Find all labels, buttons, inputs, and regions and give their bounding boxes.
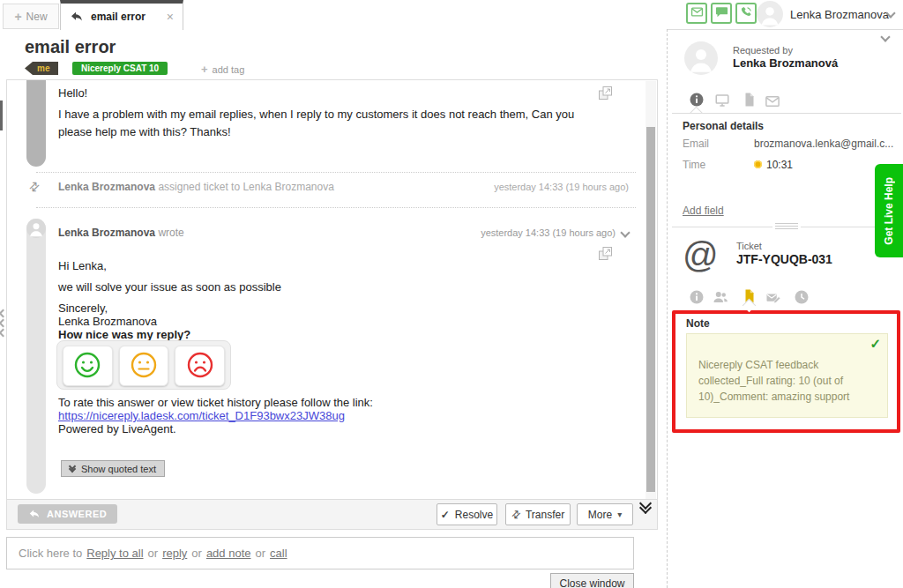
ticket-code: JTF-YQUQB-031 [736, 252, 832, 266]
system-event-actor: Lenka Brozmanova [58, 181, 155, 193]
message1-thread-bar [26, 80, 46, 167]
mail-edit-icon [765, 296, 781, 309]
resolve-label: Resolve [455, 509, 493, 521]
requester-avatar [684, 41, 718, 75]
close-tab-icon[interactable]: × [167, 10, 174, 24]
check-icon: ✓ [869, 336, 881, 352]
call-link[interactable]: call [270, 547, 287, 560]
people-icon [713, 295, 728, 308]
transfer-label: Transfer [526, 509, 564, 521]
tab-contact-info[interactable] [689, 92, 705, 108]
sidebar-top-divider [668, 29, 903, 30]
open-in-new-window-icon[interactable] [598, 246, 613, 261]
phone-icon [740, 5, 753, 21]
message2-line: we will solve your issue as soon as poss… [58, 280, 281, 294]
show-quoted-label: Show quoted text [81, 464, 156, 474]
tab-contact-notes[interactable] [742, 92, 757, 108]
message2-line: Sincerely, [58, 301, 108, 315]
new-email-button[interactable] [686, 3, 707, 24]
collapse-sidebar-icon[interactable] [880, 32, 890, 41]
add-tag-button[interactable]: + add tag [201, 63, 244, 76]
panel-drag-handle[interactable] [772, 222, 801, 230]
reply-input-bar[interactable]: Click here to Reply to all or reply or a… [6, 537, 634, 569]
tab-contact-sessions[interactable] [714, 93, 730, 108]
tab-email-error[interactable]: email error × [60, 0, 183, 30]
happy-smiley-icon [73, 351, 101, 382]
rate-neutral-button[interactable] [119, 346, 169, 386]
new-call-button[interactable] [735, 3, 757, 24]
header-user-name[interactable]: Lenka Brozmanova [790, 8, 889, 21]
at-sign-icon: @ [683, 234, 719, 275]
scrollbar-thumb[interactable] [646, 127, 655, 492]
more-button[interactable]: More ▾ [577, 503, 633, 525]
tab-ticket-info[interactable] [689, 289, 705, 305]
nicereply-link[interactable]: https://nicereply.ladesk.com/ticket_D1F9… [58, 409, 345, 422]
status-label: ANSWERED [47, 509, 107, 519]
new-chat-button[interactable] [711, 3, 732, 24]
liveagent-ticket-window: + New email error × Lenka Brozmanova ema… [0, 0, 903, 588]
dropdown-caret-icon: ▾ [617, 510, 622, 519]
panel-resize-handle[interactable] [0, 310, 6, 336]
message2-header: Lenka Brozmanova wrote [58, 227, 184, 239]
thread-divider [36, 207, 636, 208]
system-event-text: Lenka Brozmanova assigned ticket to Lenk… [58, 181, 334, 193]
double-chevron-down-icon [70, 466, 75, 472]
personal-details-title: Personal details [683, 120, 764, 132]
time-status-dot [754, 160, 762, 168]
csat-rating-widget [56, 340, 231, 390]
mail-icon [690, 5, 704, 21]
message2-line: Hi Lenka, [58, 259, 107, 272]
active-tab-label: email error [91, 11, 160, 23]
sidebar-separator [667, 29, 668, 588]
rate-bad-button[interactable] [175, 346, 225, 386]
requester-name: Lenka Brozmanová [733, 56, 838, 70]
tab-ticket-participants[interactable] [713, 289, 728, 305]
chevron-down-icon[interactable] [620, 227, 630, 237]
reply-arrow-icon [28, 508, 41, 520]
tab-ticket-forward[interactable] [765, 290, 781, 306]
tab-ticket-history[interactable] [794, 289, 810, 305]
message2-timestamp-row: yesterday 14:33 (19 hours ago) [481, 227, 629, 238]
tag-nicereply-csat[interactable]: Nicereply CSAT 10 [72, 62, 168, 75]
transfer-arrows-icon: ⇅ [508, 507, 523, 522]
ticket-toolbar: ANSWERED ✓ Resolve ⇅ Transfer More ▾ [7, 499, 657, 529]
note-text: Nicereply CSAT feedback collected_Full r… [698, 357, 879, 405]
left-edge-scroll-marker [0, 100, 3, 130]
transfer-button[interactable]: ⇅ Transfer [505, 503, 571, 525]
open-in-new-window-icon[interactable] [598, 86, 613, 100]
plus-icon: + [14, 10, 21, 24]
or-text: or [148, 547, 159, 560]
message1-greeting: Hello! [58, 86, 87, 100]
add-field-link[interactable]: Add field [683, 205, 724, 217]
resolve-button[interactable]: ✓ Resolve [437, 503, 497, 525]
message1-body: I have a problem with my email replies, … [58, 106, 607, 141]
sidebar-divider [672, 113, 901, 114]
more-label: More [588, 509, 612, 521]
rate-good-button[interactable] [63, 346, 113, 386]
thread-divider [36, 172, 636, 173]
new-tab-button[interactable]: + New [3, 4, 59, 29]
time-value: 10:31 [766, 159, 793, 171]
add-tag-label: add tag [213, 64, 245, 75]
live-help-label: Get Live Help [883, 177, 895, 245]
reply-prefix: Click here to [19, 547, 82, 560]
add-note-link[interactable]: add note [206, 547, 251, 560]
tab-contact-tickets[interactable] [765, 93, 780, 109]
reply-to-all-link[interactable]: Reply to all [86, 547, 143, 560]
plus-icon: + [201, 63, 208, 76]
check-icon: ✓ [441, 509, 450, 521]
collapse-toolbar-icon[interactable] [641, 503, 650, 512]
chat-icon [715, 5, 728, 21]
message2-author: Lenka Brozmanova [58, 227, 155, 239]
info-icon [689, 295, 705, 308]
file-icon [742, 98, 757, 110]
tag-me[interactable]: me [25, 62, 58, 75]
close-window-button[interactable]: Close window [550, 573, 634, 588]
thread-scrollbar[interactable] [646, 81, 656, 501]
ticket-note-card[interactable]: ✓ Nicereply CSAT feedback collected_Full… [686, 333, 888, 418]
show-quoted-text-button[interactable]: Show quoted text [61, 460, 165, 477]
header-avatar[interactable] [757, 1, 783, 27]
get-live-help-tab[interactable]: Get Live Help [875, 164, 903, 257]
reply-link[interactable]: reply [162, 547, 187, 560]
note-section-title: Note [686, 317, 710, 330]
